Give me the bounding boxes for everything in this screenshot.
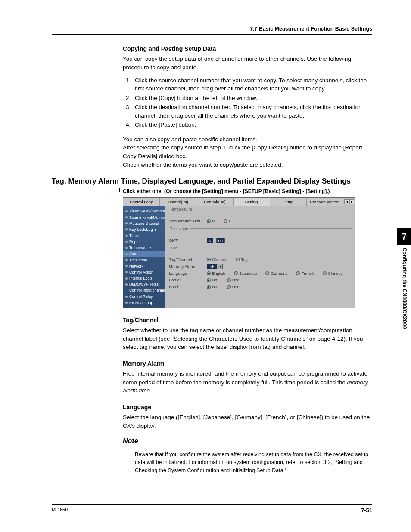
tab-scroll-left-icon[interactable]: ◀ <box>344 199 349 204</box>
sidebar-item-report[interactable]: Report <box>123 239 165 245</box>
note-heading: Note <box>123 436 372 446</box>
group-aux: Aux Tag/Channel Channel Tag Memory Alarm… <box>169 248 352 292</box>
lang-opt-french[interactable]: French <box>296 271 314 277</box>
note-body: Beware that if you configure the system … <box>135 451 372 474</box>
page-footer: M-4659 7-51 <box>52 504 372 515</box>
sidebar-item-temperature[interactable]: Temperature <box>123 245 165 251</box>
temp-opt-f[interactable]: F <box>224 218 231 224</box>
footer-page: 7-51 <box>361 507 372 515</box>
section-header: 7.7 Basic Measurement Function Basic Set… <box>52 25 372 35</box>
partial-opt-use[interactable]: Use <box>227 277 240 283</box>
sidebar-item-external-loop[interactable]: External Loop <box>123 300 165 306</box>
tab-setting[interactable]: Setting <box>234 198 270 206</box>
settings-window: Control Loop Control(Int) Control(Ext) S… <box>123 197 355 308</box>
batch-label: Batch <box>169 284 207 290</box>
temp-opt-c[interactable]: C <box>207 218 215 224</box>
copy-paste-extra1: You can also copy and paste specific cha… <box>123 135 372 144</box>
tab-strip: Control Loop Control(Int) Control(Ext) S… <box>123 198 355 207</box>
step-4: Click the [Paste] button. <box>132 121 372 129</box>
sidebar-item-control-relay[interactable]: Control Relay <box>123 293 165 299</box>
batch-opt-use[interactable]: Use <box>227 284 240 290</box>
partial-label: Partial <box>169 277 207 283</box>
tagchannel-label: Tag/Channel <box>169 257 207 263</box>
memory-alarm-body: Free internal memory is monitored, and t… <box>123 370 372 395</box>
step-1: Click the source channel number that you… <box>132 76 372 93</box>
sidebar-item-control-action[interactable]: Control Action <box>123 269 165 275</box>
group-title-temperature: Temperature <box>169 207 193 212</box>
sidebar-item-timezone[interactable]: Time zone <box>123 257 165 263</box>
sidebar-item-timer[interactable]: Timer <box>123 233 165 239</box>
sidebar-item-network[interactable]: Network <box>123 263 165 269</box>
tab-control-int[interactable]: Control(Int) <box>160 198 196 206</box>
sidebar-item-dido[interactable]: DI/DO/SW-Regist <box>123 281 165 287</box>
language-label: Language <box>169 271 207 277</box>
step-3: Click the destination channel number. To… <box>132 103 372 120</box>
memalarm-label: Memory Alarm <box>169 264 207 270</box>
sidebar-item-control-input[interactable]: Control Input channel <box>123 287 165 293</box>
tagchannel-opt-channel[interactable]: Channel <box>207 257 227 263</box>
sidebar-item-measure[interactable]: Measure channel <box>123 221 165 227</box>
sidebar-item-keylock[interactable]: Key Lock/Login <box>123 227 165 233</box>
group-temperature: Temperature Temperature Unit C F <box>169 209 352 227</box>
batch-opt-not[interactable]: Not <box>207 284 218 290</box>
sidebar-item-alarm[interactable]: Alarm/Relay/Remote <box>123 208 165 214</box>
chapter-thumb-label: Configuring the CX1000/CX2000 <box>401 248 408 329</box>
group-timezone: Time zone GMT 0:00 <box>169 228 352 246</box>
copy-paste-extra3: Check whether the items you want to copy… <box>123 161 372 169</box>
footer-docid: M-4659 <box>52 507 68 515</box>
sidebar-item-aux[interactable]: Aux <box>123 251 165 257</box>
main-heading: Tag, Memory Alarm Time, Displayed Langua… <box>52 177 372 186</box>
sidebar: Alarm/Relay/Remote Scan Interval/Memory … <box>123 206 165 307</box>
temp-unit-label: Temperature Unit <box>169 218 207 224</box>
settings-panel: Temperature Temperature Unit C F Time zo… <box>165 206 355 307</box>
tag-channel-title: Tag/Channel <box>123 316 372 324</box>
copy-paste-steps: Click the source channel number that you… <box>123 76 372 129</box>
partial-opt-not[interactable]: Not <box>207 277 218 283</box>
language-title: Language <box>123 403 372 411</box>
step-2: Click the [Copy] button at the left of t… <box>132 94 372 103</box>
tab-program-pattern[interactable]: Program pattern <box>307 198 343 206</box>
copy-paste-title: Copying and Pasting Setup Data <box>123 44 372 53</box>
memalarm-combo[interactable]: 1h▾ <box>207 264 223 269</box>
language-body: Select the language ([English], [Japanes… <box>123 413 372 430</box>
gmt-hour-input[interactable]: 0 <box>207 238 213 243</box>
copy-paste-intro: You can copy the setup data of one chann… <box>123 55 372 72</box>
sidebar-item-internal-loop[interactable]: Internal Loop <box>123 275 165 281</box>
gmt-min-input[interactable]: 00 <box>216 238 225 243</box>
lang-opt-chinese[interactable]: Chinese <box>323 271 343 277</box>
tagchannel-opt-tag[interactable]: Tag <box>236 257 247 263</box>
lang-opt-germany[interactable]: Germany <box>265 271 287 277</box>
copy-paste-extra2: After selecting the copy source in step … <box>123 143 372 160</box>
callout-text: Click either one. (Or choose the [Settin… <box>123 188 372 195</box>
tab-control-loop[interactable]: Control Loop <box>123 198 160 206</box>
sidebar-item-scan[interactable]: Scan Interval/Memory <box>123 215 165 221</box>
memory-alarm-title: Memory Alarm <box>123 359 372 368</box>
lang-opt-japanese[interactable]: Japanese <box>234 271 257 277</box>
group-title-aux: Aux <box>169 246 178 250</box>
tab-scroll: ◀ ▶ <box>343 198 355 206</box>
chevron-down-icon[interactable]: ▾ <box>217 264 222 269</box>
gmt-label: GMT <box>169 237 207 243</box>
tag-channel-body: Select whether to use the tag name or ch… <box>123 326 372 352</box>
group-title-timezone: Time zone <box>169 227 190 231</box>
chapter-thumb: 7 <box>397 228 411 245</box>
tab-control-ext[interactable]: Control(Ext) <box>196 198 233 206</box>
tab-scroll-right-icon[interactable]: ▶ <box>349 199 354 204</box>
lang-opt-english[interactable]: English <box>207 271 225 277</box>
tab-setup[interactable]: Setup <box>270 198 307 206</box>
